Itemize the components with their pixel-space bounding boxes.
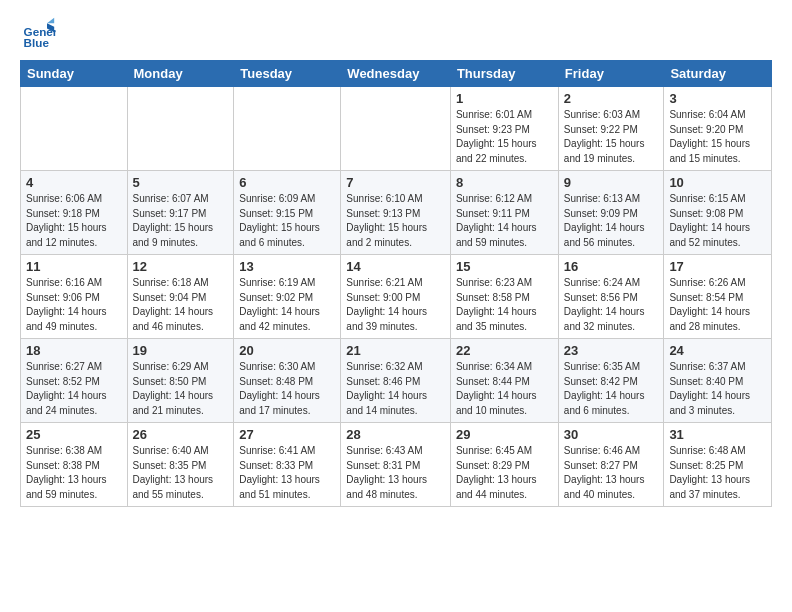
day-info: Sunrise: 6:45 AM Sunset: 8:29 PM Dayligh… <box>456 444 553 502</box>
calendar-cell <box>234 87 341 171</box>
day-number: 29 <box>456 427 553 442</box>
calendar-header-saturday: Saturday <box>664 61 772 87</box>
calendar-cell <box>21 87 128 171</box>
calendar-cell: 8Sunrise: 6:12 AM Sunset: 9:11 PM Daylig… <box>450 171 558 255</box>
day-number: 6 <box>239 175 335 190</box>
day-number: 11 <box>26 259 122 274</box>
day-info: Sunrise: 6:23 AM Sunset: 8:58 PM Dayligh… <box>456 276 553 334</box>
calendar-week-5: 25Sunrise: 6:38 AM Sunset: 8:38 PM Dayli… <box>21 423 772 507</box>
day-info: Sunrise: 6:19 AM Sunset: 9:02 PM Dayligh… <box>239 276 335 334</box>
day-number: 17 <box>669 259 766 274</box>
day-number: 16 <box>564 259 659 274</box>
calendar-header-friday: Friday <box>558 61 664 87</box>
calendar-cell: 19Sunrise: 6:29 AM Sunset: 8:50 PM Dayli… <box>127 339 234 423</box>
page: General Blue SundayMondayTuesdayWednesda… <box>0 0 792 523</box>
calendar-cell: 25Sunrise: 6:38 AM Sunset: 8:38 PM Dayli… <box>21 423 128 507</box>
calendar-cell: 30Sunrise: 6:46 AM Sunset: 8:27 PM Dayli… <box>558 423 664 507</box>
logo-icon: General Blue <box>20 16 56 52</box>
day-info: Sunrise: 6:12 AM Sunset: 9:11 PM Dayligh… <box>456 192 553 250</box>
day-info: Sunrise: 6:07 AM Sunset: 9:17 PM Dayligh… <box>133 192 229 250</box>
calendar-header-thursday: Thursday <box>450 61 558 87</box>
calendar-week-2: 4Sunrise: 6:06 AM Sunset: 9:18 PM Daylig… <box>21 171 772 255</box>
calendar-week-3: 11Sunrise: 6:16 AM Sunset: 9:06 PM Dayli… <box>21 255 772 339</box>
calendar-cell <box>127 87 234 171</box>
day-number: 23 <box>564 343 659 358</box>
day-info: Sunrise: 6:18 AM Sunset: 9:04 PM Dayligh… <box>133 276 229 334</box>
calendar-cell: 10Sunrise: 6:15 AM Sunset: 9:08 PM Dayli… <box>664 171 772 255</box>
calendar-cell: 17Sunrise: 6:26 AM Sunset: 8:54 PM Dayli… <box>664 255 772 339</box>
calendar-cell: 6Sunrise: 6:09 AM Sunset: 9:15 PM Daylig… <box>234 171 341 255</box>
calendar-cell: 16Sunrise: 6:24 AM Sunset: 8:56 PM Dayli… <box>558 255 664 339</box>
day-number: 18 <box>26 343 122 358</box>
day-info: Sunrise: 6:09 AM Sunset: 9:15 PM Dayligh… <box>239 192 335 250</box>
day-info: Sunrise: 6:27 AM Sunset: 8:52 PM Dayligh… <box>26 360 122 418</box>
day-info: Sunrise: 6:16 AM Sunset: 9:06 PM Dayligh… <box>26 276 122 334</box>
day-number: 8 <box>456 175 553 190</box>
day-info: Sunrise: 6:46 AM Sunset: 8:27 PM Dayligh… <box>564 444 659 502</box>
day-number: 7 <box>346 175 445 190</box>
calendar-cell: 13Sunrise: 6:19 AM Sunset: 9:02 PM Dayli… <box>234 255 341 339</box>
day-info: Sunrise: 6:10 AM Sunset: 9:13 PM Dayligh… <box>346 192 445 250</box>
calendar-cell: 28Sunrise: 6:43 AM Sunset: 8:31 PM Dayli… <box>341 423 451 507</box>
calendar-cell: 1Sunrise: 6:01 AM Sunset: 9:23 PM Daylig… <box>450 87 558 171</box>
day-info: Sunrise: 6:32 AM Sunset: 8:46 PM Dayligh… <box>346 360 445 418</box>
day-number: 10 <box>669 175 766 190</box>
calendar-week-4: 18Sunrise: 6:27 AM Sunset: 8:52 PM Dayli… <box>21 339 772 423</box>
day-info: Sunrise: 6:48 AM Sunset: 8:25 PM Dayligh… <box>669 444 766 502</box>
svg-text:Blue: Blue <box>24 36 50 49</box>
calendar-cell: 9Sunrise: 6:13 AM Sunset: 9:09 PM Daylig… <box>558 171 664 255</box>
day-info: Sunrise: 6:26 AM Sunset: 8:54 PM Dayligh… <box>669 276 766 334</box>
day-number: 25 <box>26 427 122 442</box>
day-number: 13 <box>239 259 335 274</box>
calendar-cell: 18Sunrise: 6:27 AM Sunset: 8:52 PM Dayli… <box>21 339 128 423</box>
day-info: Sunrise: 6:37 AM Sunset: 8:40 PM Dayligh… <box>669 360 766 418</box>
calendar-cell: 5Sunrise: 6:07 AM Sunset: 9:17 PM Daylig… <box>127 171 234 255</box>
day-number: 30 <box>564 427 659 442</box>
day-info: Sunrise: 6:43 AM Sunset: 8:31 PM Dayligh… <box>346 444 445 502</box>
calendar-cell: 2Sunrise: 6:03 AM Sunset: 9:22 PM Daylig… <box>558 87 664 171</box>
calendar-cell: 7Sunrise: 6:10 AM Sunset: 9:13 PM Daylig… <box>341 171 451 255</box>
day-info: Sunrise: 6:15 AM Sunset: 9:08 PM Dayligh… <box>669 192 766 250</box>
day-number: 15 <box>456 259 553 274</box>
calendar-header-wednesday: Wednesday <box>341 61 451 87</box>
day-info: Sunrise: 6:40 AM Sunset: 8:35 PM Dayligh… <box>133 444 229 502</box>
day-info: Sunrise: 6:01 AM Sunset: 9:23 PM Dayligh… <box>456 108 553 166</box>
calendar: SundayMondayTuesdayWednesdayThursdayFrid… <box>20 60 772 507</box>
calendar-cell: 11Sunrise: 6:16 AM Sunset: 9:06 PM Dayli… <box>21 255 128 339</box>
day-info: Sunrise: 6:24 AM Sunset: 8:56 PM Dayligh… <box>564 276 659 334</box>
calendar-cell: 12Sunrise: 6:18 AM Sunset: 9:04 PM Dayli… <box>127 255 234 339</box>
day-number: 28 <box>346 427 445 442</box>
day-info: Sunrise: 6:13 AM Sunset: 9:09 PM Dayligh… <box>564 192 659 250</box>
day-number: 4 <box>26 175 122 190</box>
calendar-cell: 26Sunrise: 6:40 AM Sunset: 8:35 PM Dayli… <box>127 423 234 507</box>
calendar-cell: 3Sunrise: 6:04 AM Sunset: 9:20 PM Daylig… <box>664 87 772 171</box>
day-number: 27 <box>239 427 335 442</box>
day-number: 14 <box>346 259 445 274</box>
calendar-cell: 21Sunrise: 6:32 AM Sunset: 8:46 PM Dayli… <box>341 339 451 423</box>
calendar-week-1: 1Sunrise: 6:01 AM Sunset: 9:23 PM Daylig… <box>21 87 772 171</box>
day-number: 22 <box>456 343 553 358</box>
day-info: Sunrise: 6:38 AM Sunset: 8:38 PM Dayligh… <box>26 444 122 502</box>
day-info: Sunrise: 6:06 AM Sunset: 9:18 PM Dayligh… <box>26 192 122 250</box>
day-number: 2 <box>564 91 659 106</box>
day-number: 9 <box>564 175 659 190</box>
calendar-header-sunday: Sunday <box>21 61 128 87</box>
day-info: Sunrise: 6:30 AM Sunset: 8:48 PM Dayligh… <box>239 360 335 418</box>
day-info: Sunrise: 6:35 AM Sunset: 8:42 PM Dayligh… <box>564 360 659 418</box>
calendar-header-tuesday: Tuesday <box>234 61 341 87</box>
day-number: 20 <box>239 343 335 358</box>
calendar-cell <box>341 87 451 171</box>
calendar-header-monday: Monday <box>127 61 234 87</box>
calendar-cell: 29Sunrise: 6:45 AM Sunset: 8:29 PM Dayli… <box>450 423 558 507</box>
calendar-cell: 27Sunrise: 6:41 AM Sunset: 8:33 PM Dayli… <box>234 423 341 507</box>
day-info: Sunrise: 6:04 AM Sunset: 9:20 PM Dayligh… <box>669 108 766 166</box>
day-number: 21 <box>346 343 445 358</box>
logo: General Blue <box>20 16 60 52</box>
calendar-cell: 22Sunrise: 6:34 AM Sunset: 8:44 PM Dayli… <box>450 339 558 423</box>
day-number: 19 <box>133 343 229 358</box>
day-info: Sunrise: 6:03 AM Sunset: 9:22 PM Dayligh… <box>564 108 659 166</box>
day-number: 3 <box>669 91 766 106</box>
day-number: 12 <box>133 259 229 274</box>
calendar-cell: 20Sunrise: 6:30 AM Sunset: 8:48 PM Dayli… <box>234 339 341 423</box>
day-info: Sunrise: 6:41 AM Sunset: 8:33 PM Dayligh… <box>239 444 335 502</box>
